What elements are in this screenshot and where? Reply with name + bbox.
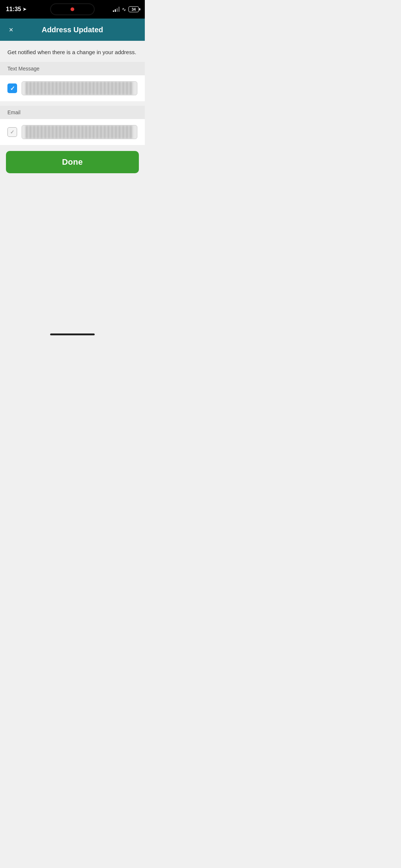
checkbox-checked-icon: [7, 83, 17, 93]
done-button-container: Done: [0, 145, 145, 182]
text-message-section: Text Message: [0, 62, 145, 101]
email-checkbox[interactable]: [7, 127, 17, 137]
home-bar: [50, 333, 95, 335]
signal-bar-3: [117, 8, 118, 12]
done-button[interactable]: Done: [6, 151, 139, 173]
phone-blur-overlay: [26, 82, 133, 95]
home-indicator: [0, 331, 145, 340]
recording-dot: [71, 7, 74, 11]
time-label: 11:35: [6, 6, 21, 13]
battery-level: 34: [131, 7, 136, 11]
email-section: Email: [0, 106, 145, 145]
status-icons: ∿ 34: [113, 6, 139, 12]
signal-icon: [113, 7, 120, 12]
location-icon: ➤: [23, 7, 26, 12]
dynamic-island-pill: [50, 3, 95, 15]
email-blur-overlay: [26, 125, 133, 139]
description-text: Get notified when there is a change in y…: [0, 41, 145, 62]
signal-bar-1: [113, 10, 114, 12]
battery-icon: 34: [128, 6, 139, 12]
dynamic-island: [50, 3, 95, 15]
wifi-icon: ∿: [122, 6, 126, 12]
bottom-spacer: [0, 182, 145, 331]
page-title: Address Updated: [42, 26, 103, 34]
close-button[interactable]: ×: [7, 24, 15, 36]
phone-number-field[interactable]: [22, 81, 137, 95]
email-field[interactable]: [22, 125, 137, 139]
signal-bar-2: [115, 9, 116, 12]
status-bar: 11:35 ➤ ∿ 34: [0, 0, 145, 19]
text-message-content: [0, 75, 145, 101]
checkbox-unchecked-icon: [7, 127, 17, 137]
section-divider-1: [0, 101, 145, 106]
text-message-label: Text Message: [0, 62, 145, 75]
status-time: 11:35 ➤: [6, 6, 26, 13]
page-header: × Address Updated: [0, 19, 145, 41]
main-content: Get notified when there is a change in y…: [0, 41, 145, 331]
email-content: [0, 119, 145, 145]
text-message-checkbox[interactable]: [7, 83, 17, 93]
signal-bar-4: [118, 7, 120, 12]
email-label: Email: [0, 106, 145, 119]
